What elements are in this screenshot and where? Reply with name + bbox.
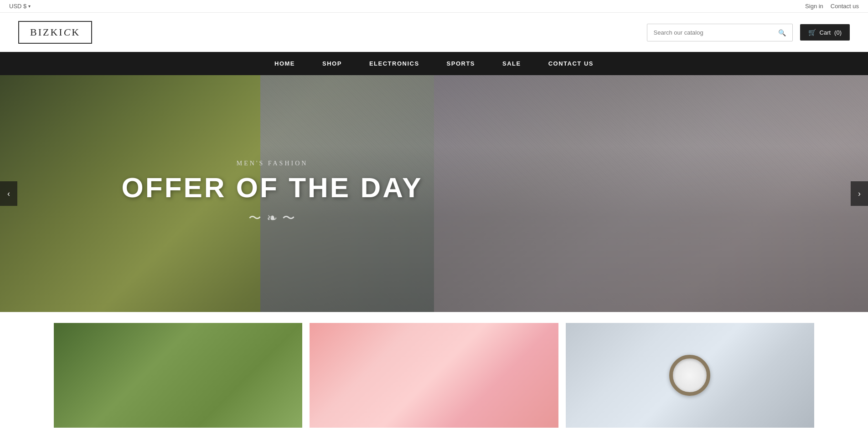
preview-card-pink[interactable] [310,323,558,428]
slider-prev-button[interactable]: ‹ [0,181,17,206]
search-bar: 🔍 [647,24,793,41]
hero-slider: MEN'S FASHION OFFER OF THE DAY 〜 ❧ 〜 ‹ › [0,75,868,312]
nav-item-shop[interactable]: SHOP [309,52,356,75]
cart-icon: 🛒 [808,29,816,36]
hero-title: OFFER OF THE DAY [122,173,423,202]
nav-item-sports[interactable]: SPORTS [433,52,489,75]
cart-count: (0) [834,29,842,36]
logo[interactable]: BIZKiCK [18,21,92,44]
watch-preview [669,355,710,396]
signin-link[interactable]: Sign in [805,3,823,10]
hero-divider: 〜 ❧ 〜 [122,210,423,227]
preview-card-green[interactable] [54,323,302,428]
header: BIZKiCK 🔍 🛒 Cart (0) [0,13,868,52]
slider-next-button[interactable]: › [851,181,868,206]
chevron-right-icon: › [858,189,861,199]
search-button[interactable]: 🔍 [772,24,792,41]
contact-link[interactable]: Contact us [831,3,859,10]
nav-item-contact[interactable]: CONTACT US [535,52,607,75]
chevron-down-icon: ▾ [28,4,31,9]
cart-button[interactable]: 🛒 Cart (0) [800,24,850,41]
hero-right-panel [434,75,868,312]
search-input[interactable] [647,25,772,41]
nav-item-electronics[interactable]: ELECTRONICS [356,52,433,75]
main-nav: HOME SHOP ELECTRONICS SPORTS SALE CONTAC… [0,52,868,75]
preview-section [0,323,868,428]
search-cart-area: 🔍 🛒 Cart (0) [647,24,850,41]
preview-card-gray[interactable] [566,323,814,428]
nav-item-sale[interactable]: SALE [489,52,535,75]
hero-content: MEN'S FASHION OFFER OF THE DAY 〜 ❧ 〜 [122,160,423,227]
search-icon: 🔍 [778,29,786,36]
chevron-left-icon: ‹ [7,189,10,199]
watch-face [669,355,710,396]
top-bar-left: USD $ ▾ [9,3,31,10]
nav-item-home[interactable]: HOME [261,52,309,75]
hero-subtitle: MEN'S FASHION [122,160,423,167]
currency-label: USD $ [9,3,26,10]
cart-label: Cart [820,29,831,36]
top-bar-right: Sign in Contact us [805,3,859,10]
top-bar: USD $ ▾ Sign in Contact us [0,0,868,13]
currency-selector[interactable]: USD $ ▾ [9,3,31,10]
